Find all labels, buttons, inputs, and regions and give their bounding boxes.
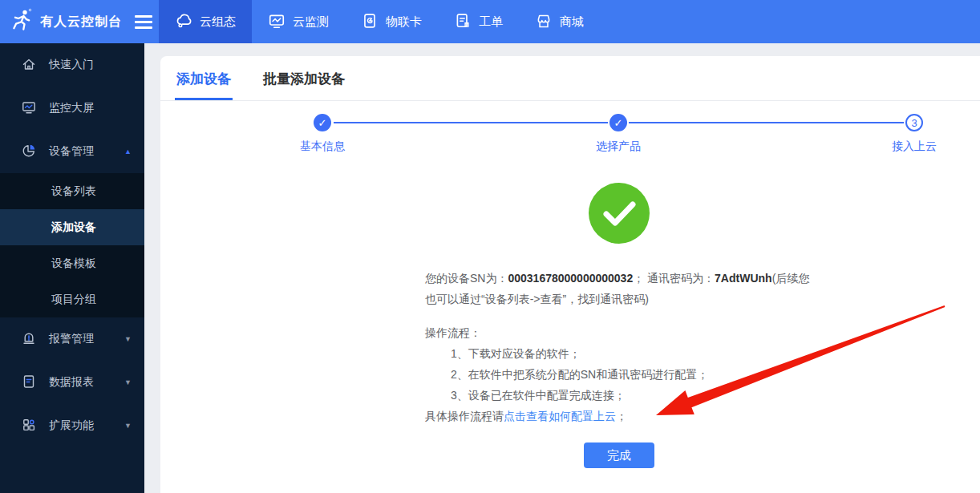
sidebar-subitem-device-list[interactable]: 设备列表: [0, 173, 144, 209]
success-check-icon: [589, 183, 650, 244]
nav-iot-card[interactable]: 物联卡: [345, 0, 438, 43]
nav-label: 物联卡: [386, 14, 422, 30]
sidebar-item-extensions[interactable]: 扩展功能 ▼: [0, 404, 144, 447]
step-3-label: 接入上云: [892, 139, 937, 154]
sidebar-item-label: 扩展功能: [49, 418, 94, 433]
monitor-icon: [268, 12, 285, 32]
tab-batch-add-device[interactable]: 批量添加设备: [261, 56, 346, 100]
brand: 有人云控制台: [0, 0, 159, 43]
device-pie-icon: [21, 143, 37, 161]
step-1-check-icon: ✓: [314, 114, 331, 131]
add-device-card: 添加设备 批量添加设备 ✓ ✓ 3 基本信息 选择产品 接入上云 您的设备SN为…: [160, 56, 980, 493]
sidebar-item-label: 数据报表: [49, 375, 94, 390]
wizard-stepper: ✓ ✓ 3 基本信息 选择产品 接入上云: [160, 101, 980, 165]
chevron-down-icon: ▼: [124, 422, 132, 430]
password-label: ； 通讯密码为：: [633, 272, 715, 285]
report-icon: [21, 374, 37, 392]
process-title: 操作流程：: [425, 322, 813, 343]
step-connector-2: [629, 122, 904, 123]
big-screen-icon: [21, 99, 37, 118]
tab-bar: 添加设备 批量添加设备: [160, 56, 980, 101]
cloud-icon: [175, 12, 192, 32]
nav-cloud-monitor[interactable]: 云监测: [252, 0, 345, 43]
hamburger-menu-icon[interactable]: [135, 15, 152, 29]
chevron-down-icon: ▼: [124, 378, 132, 386]
nav-mall[interactable]: 商城: [519, 0, 600, 43]
chevron-up-icon: ▲: [124, 147, 132, 156]
device-sn-text: 您的设备SN为：00031678000000000032； 通讯密码为：7Adt…: [425, 268, 813, 309]
sn-value: 00031678000000000032: [508, 272, 633, 285]
sidebar-item-data-report[interactable]: 数据报表 ▼: [0, 361, 144, 404]
top-nav: 云组态 云监测 物联卡 工单 商城: [159, 0, 600, 43]
step-3-number: 3: [905, 114, 923, 131]
sidebar-item-label: 设备管理: [49, 144, 94, 159]
process-step-1: 1、下载对应设备的软件；: [425, 343, 813, 364]
process-step-3: 3、设备已在软件中配置完成连接；: [425, 385, 813, 406]
sidebar-subitem-device-template[interactable]: 设备模板: [0, 245, 144, 281]
store-icon: [535, 12, 553, 32]
brand-title: 有人云控制台: [40, 14, 122, 30]
step-2-label: 选择产品: [596, 139, 641, 154]
sidebar: 快速入门 监控大屏 设备管理 ▲ 设备列表 添加设备 设备模板 项目分组 报警管…: [0, 43, 144, 493]
nav-label: 云监测: [293, 14, 329, 30]
work-order-icon: [454, 12, 472, 32]
sidebar-item-label: 监控大屏: [49, 101, 94, 115]
alarm-icon: [21, 330, 37, 349]
finish-button[interactable]: 完成: [584, 442, 654, 468]
sidebar-item-alarm-management[interactable]: 报警管理 ▼: [0, 317, 144, 361]
nav-cloud-scada[interactable]: 云组态: [159, 0, 252, 43]
nav-label: 工单: [479, 14, 503, 30]
nav-work-order[interactable]: 工单: [438, 0, 519, 43]
step-2-check-icon: ✓: [609, 114, 627, 131]
nav-label: 商城: [560, 14, 584, 30]
process-step-2: 2、在软件中把系统分配的SN和通讯密码进行配置；: [425, 364, 813, 385]
sidebar-subitem-project-group[interactable]: 项目分组: [0, 281, 144, 317]
step-connector-1: [334, 122, 608, 123]
sidebar-item-label: 报警管理: [49, 332, 94, 346]
sim-card-icon: [361, 12, 379, 32]
nav-label: 云组态: [200, 14, 236, 30]
step-1-label: 基本信息: [300, 139, 345, 154]
success-panel: 您的设备SN为：00031678000000000032； 通讯密码为：7Adt…: [425, 183, 813, 468]
more-prefix: 具体操作流程请: [425, 410, 504, 422]
sn-label: 您的设备SN为：: [425, 272, 508, 285]
operation-process: 操作流程： 1、下载对应设备的软件； 2、在软件中把系统分配的SN和通讯密码进行…: [425, 322, 813, 426]
how-to-configure-link[interactable]: 点击查看如何配置上云: [504, 410, 616, 422]
sidebar-subitem-add-device[interactable]: 添加设备: [0, 209, 144, 245]
tab-add-device[interactable]: 添加设备: [175, 56, 233, 100]
extension-icon: [21, 417, 37, 435]
main-content: 添加设备 批量添加设备 ✓ ✓ 3 基本信息 选择产品 接入上云 您的设备SN为…: [144, 43, 980, 493]
chevron-down-icon: ▼: [124, 335, 132, 343]
password-value: 7AdtWUnh: [715, 272, 772, 285]
process-more-line: 具体操作流程请点击查看如何配置上云；: [425, 406, 813, 426]
device-management-submenu: 设备列表 添加设备 设备模板 项目分组: [0, 173, 144, 317]
sidebar-item-device-management[interactable]: 设备管理 ▲: [0, 130, 144, 173]
home-icon: [21, 56, 37, 75]
runner-logo-icon: [10, 8, 34, 35]
sidebar-item-quick-start[interactable]: 快速入门: [0, 43, 144, 87]
sidebar-item-label: 快速入门: [49, 58, 94, 72]
more-suffix: ；: [616, 410, 627, 422]
topbar: 有人云控制台 云组态 云监测 物联卡 工单: [0, 0, 980, 43]
sidebar-item-big-screen[interactable]: 监控大屏: [0, 87, 144, 130]
